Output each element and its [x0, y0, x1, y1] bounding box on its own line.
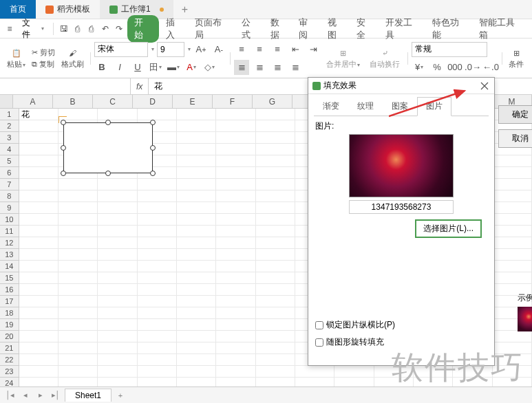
row-header-17[interactable]: 17	[0, 296, 19, 307]
col-header-F[interactable]: F	[213, 95, 253, 108]
cell-D14[interactable]	[138, 261, 177, 272]
select-image-button[interactable]: 选择图片(L)...	[415, 219, 482, 238]
cell-G11[interactable]	[256, 226, 295, 237]
tab-insert[interactable]: 插入	[162, 15, 188, 43]
cell-D23[interactable]	[138, 366, 177, 378]
indent-right-button[interactable]: ⇥	[306, 42, 321, 57]
cell-F11[interactable]	[216, 226, 255, 237]
close-button[interactable]	[479, 80, 490, 91]
cell-M14[interactable]	[493, 261, 532, 272]
cell-C22[interactable]	[98, 354, 137, 366]
cell-E9[interactable]	[177, 202, 216, 214]
cell-F14[interactable]	[216, 261, 255, 272]
justify-button[interactable]: ≣	[288, 60, 303, 75]
cell-G4[interactable]	[256, 144, 295, 155]
cell-A11[interactable]	[19, 226, 58, 237]
cell-F6[interactable]	[216, 167, 255, 179]
cell-H23[interactable]	[295, 366, 334, 378]
row-header-6[interactable]: 6	[0, 167, 19, 179]
col-header-A[interactable]: A	[13, 95, 53, 108]
cell-M12[interactable]	[493, 237, 532, 249]
cell-C18[interactable]	[98, 307, 137, 319]
resize-handle-w[interactable]	[61, 145, 66, 151]
cell-D8[interactable]	[138, 190, 177, 202]
cell-F3[interactable]	[216, 132, 255, 144]
cell-G13[interactable]	[256, 249, 295, 261]
row-header-9[interactable]: 9	[0, 202, 19, 214]
currency-button[interactable]: ¥▾	[412, 60, 427, 75]
cell-I23[interactable]	[334, 366, 374, 378]
selected-shape[interactable]	[63, 122, 153, 173]
cell-G3[interactable]	[256, 132, 295, 144]
cell-F20[interactable]	[216, 331, 255, 342]
file-menu[interactable]: 文件▾	[18, 16, 48, 42]
cell-A10[interactable]	[19, 214, 58, 226]
cell-E4[interactable]	[177, 144, 216, 155]
conditional-format-button[interactable]: ⊞ 条件	[506, 45, 526, 71]
cut-button[interactable]: ✂剪切	[30, 47, 57, 58]
cell-style-button[interactable]: ◇▾	[202, 60, 217, 75]
cell-F17[interactable]	[216, 296, 255, 307]
row-header-10[interactable]: 10	[0, 214, 19, 226]
cell-B15[interactable]	[58, 272, 98, 284]
lock-aspect-checkbox[interactable]: 锁定图片纵横比(P)	[315, 319, 487, 331]
cell-M9[interactable]	[493, 202, 532, 214]
cell-D22[interactable]	[138, 354, 177, 366]
cell-D13[interactable]	[138, 249, 177, 261]
increase-decimal-button[interactable]: .0→	[465, 60, 480, 75]
cell-B18[interactable]	[58, 307, 98, 319]
resize-handle-s[interactable]	[105, 171, 111, 176]
tab-pattern[interactable]: 图案	[383, 97, 417, 116]
italic-button[interactable]: I	[112, 60, 127, 75]
cell-A17[interactable]	[19, 296, 58, 307]
cell-M20[interactable]	[493, 331, 532, 342]
cell-A14[interactable]	[19, 261, 58, 272]
cell-G7[interactable]	[256, 179, 295, 190]
cell-D11[interactable]	[138, 226, 177, 237]
row-header-21[interactable]: 21	[0, 342, 19, 354]
cell-E10[interactable]	[177, 214, 216, 226]
cell-D19[interactable]	[138, 319, 177, 331]
cell-A15[interactable]	[19, 272, 58, 284]
cell-B12[interactable]	[58, 237, 98, 249]
cell-M7[interactable]	[493, 179, 532, 190]
cell-D10[interactable]	[138, 214, 177, 226]
cell-G8[interactable]	[256, 190, 295, 202]
save-icon[interactable]: 🖫	[58, 23, 70, 34]
cell-B14[interactable]	[58, 261, 98, 272]
format-painter-button[interactable]: 🖌 格式刷	[58, 45, 87, 71]
cell-E12[interactable]	[177, 237, 216, 249]
cell-D7[interactable]	[138, 179, 177, 190]
rotate-handle[interactable]	[58, 116, 67, 123]
cell-F23[interactable]	[216, 366, 255, 378]
cell-B11[interactable]	[58, 226, 98, 237]
cell-B7[interactable]	[58, 179, 98, 190]
cell-G18[interactable]	[256, 307, 295, 319]
row-header-23[interactable]: 23	[0, 366, 19, 378]
cell-B17[interactable]	[58, 296, 98, 307]
row-header-7[interactable]: 7	[0, 179, 19, 190]
auto-wrap-button[interactable]: ⤶ 自动换行	[365, 45, 404, 71]
cell-F4[interactable]	[216, 144, 255, 155]
cell-A23[interactable]	[19, 366, 58, 378]
cell-M10[interactable]	[493, 214, 532, 226]
cell-C15[interactable]	[98, 272, 137, 284]
cell-G21[interactable]	[256, 342, 295, 354]
cell-A18[interactable]	[19, 307, 58, 319]
cell-G17[interactable]	[256, 296, 295, 307]
tab-picture[interactable]: 图片	[417, 97, 451, 116]
font-size-select[interactable]	[157, 42, 184, 57]
cell-A6[interactable]	[19, 167, 58, 179]
cell-D9[interactable]	[138, 202, 177, 214]
menu-icon[interactable]: ≡	[4, 23, 15, 34]
undo-icon[interactable]: ↶	[100, 23, 111, 34]
cell-C8[interactable]	[98, 190, 137, 202]
cell-A12[interactable]	[19, 237, 58, 249]
cell-B23[interactable]	[58, 366, 98, 378]
cell-A4[interactable]	[19, 144, 58, 155]
cell-C14[interactable]	[98, 261, 137, 272]
tab-view[interactable]: 视图	[323, 15, 350, 43]
cell-G10[interactable]	[256, 214, 295, 226]
cell-A21[interactable]	[19, 342, 58, 354]
cell-F12[interactable]	[216, 237, 255, 249]
